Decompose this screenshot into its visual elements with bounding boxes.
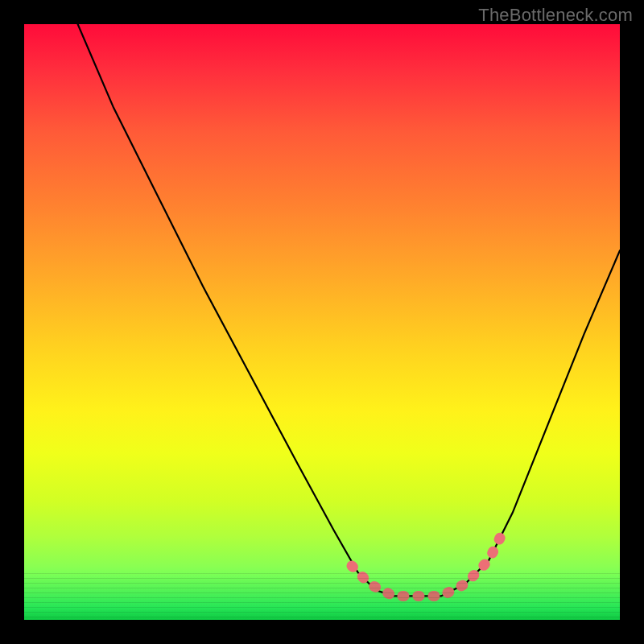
bottom-highlight <box>352 536 501 596</box>
watermark-label: TheBottleneck.com <box>478 5 633 26</box>
plot-area <box>24 24 620 620</box>
chart-stage: TheBottleneck.com <box>0 0 644 644</box>
curve-layer <box>24 24 620 620</box>
bottleneck-curve <box>78 24 620 596</box>
